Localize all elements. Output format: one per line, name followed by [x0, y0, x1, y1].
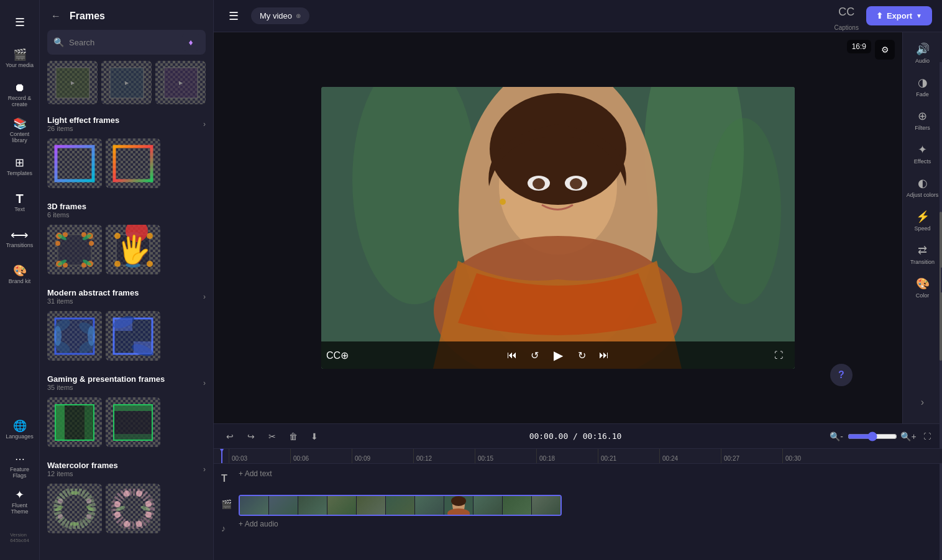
captions-container: CC Captions [834, 1, 858, 31]
collapse-panel-button[interactable]: › [905, 386, 940, 418]
sidebar-item-label: Record &create [8, 96, 32, 108]
project-tab[interactable]: My video ⊕ [251, 7, 309, 24]
svg-point-90 [451, 496, 466, 506]
sidebar-left: ☰ 🎬 Your media ⏺ Record &create 📚 Conten… [0, 0, 40, 560]
transition-icon: ⇄ [918, 243, 927, 257]
download-button[interactable]: ⬇ [306, 428, 323, 445]
watercolor-thumb-1[interactable] [47, 484, 102, 533]
playhead[interactable] [221, 449, 222, 463]
svg-point-62 [58, 514, 63, 519]
effects-icon: ✦ [918, 143, 927, 156]
fade-button[interactable]: ◑ Fade [905, 71, 940, 103]
category-header-light-effect[interactable]: Light effect frames 26 items › [45, 112, 208, 136]
sidebar-item-fluent-theme[interactable]: ✦ FluentTheme [2, 484, 37, 519]
top-thumb-3[interactable]: ▶ [155, 61, 206, 104]
top-thumb-1[interactable]: ▶ [47, 61, 98, 104]
video-placeholder [321, 87, 795, 369]
category-light-effect-frames: Light effect frames 26 items › [45, 112, 208, 191]
play-button[interactable]: ▶ [548, 345, 568, 365]
panel-back-button[interactable]: ← [47, 7, 65, 25]
right-toolbar: 🔊 Audio ◑ Fade ⊕ Filters ✦ Effects ◐ Adj… [902, 32, 942, 423]
zoom-out-button[interactable]: 🔍- [828, 428, 845, 445]
3d-frame-thumb-2[interactable]: 🖐 [106, 225, 160, 274]
gaming-thumb-2[interactable] [106, 397, 160, 447]
video-content-svg [321, 87, 795, 369]
speed-button[interactable]: ⚡ Speed [905, 205, 940, 237]
video-track-clip-area [239, 494, 935, 517]
export-button[interactable]: ⬆ Export ▼ [866, 6, 932, 25]
delete-button[interactable]: 🗑 [285, 428, 302, 445]
sidebar-item-brand-kit[interactable]: 🎨 Brand kit [2, 257, 37, 292]
clip-frame [357, 496, 385, 515]
light-frame-thumb-2[interactable] [106, 138, 160, 188]
search-input[interactable] [69, 38, 177, 47]
category-count: 6 items [47, 211, 206, 219]
clip-frame [503, 496, 531, 515]
sidebar-item-your-media[interactable]: 🎬 Your media [2, 41, 37, 76]
effects-button[interactable]: ✦ Effects [905, 138, 940, 170]
menu-button[interactable]: ☰ [224, 6, 244, 26]
add-audio-button[interactable]: + Add audio [239, 520, 278, 528]
zoom-slider[interactable] [848, 431, 897, 441]
svg-text:▶: ▶ [125, 80, 129, 86]
audio-button[interactable]: 🔊 Audio [905, 37, 940, 70]
svg-rect-52 [114, 405, 152, 411]
watercolor-thumb-2[interactable] [106, 484, 160, 533]
svg-rect-9 [56, 147, 93, 181]
sidebar-item-label: Your media [6, 63, 34, 69]
text-track-clip-area: + Add text [239, 467, 935, 491]
undo-button[interactable]: ↩ [221, 428, 239, 445]
category-header-gaming[interactable]: Gaming & presentation frames 35 items › [45, 371, 208, 395]
fade-label: Fade [916, 91, 929, 98]
video-clip[interactable] [239, 495, 562, 516]
svg-point-55 [57, 491, 92, 526]
transition-button[interactable]: ⇄ Transition [905, 238, 940, 271]
filters-icon: ⊕ [918, 109, 927, 123]
video-track: 🎬 [214, 492, 942, 518]
3d-frame-thumb-1[interactable] [47, 225, 102, 274]
category-header-3d[interactable]: 3D frames 6 items [45, 198, 208, 222]
add-text-button[interactable]: + Add text [239, 469, 272, 478]
sidebar-item-record-create[interactable]: ⏺ Record &create [2, 77, 37, 112]
diamond-button[interactable]: ♦ [182, 34, 199, 51]
zoom-in-button[interactable]: 🔍+ [900, 428, 917, 445]
gaming-thumb-1[interactable] [47, 397, 102, 447]
color-button[interactable]: 🎨 Color [905, 272, 940, 304]
closed-captions-button[interactable]: CC⊕ [329, 346, 346, 364]
sidebar-item-transitions[interactable]: ⟷ Transitions [2, 221, 37, 256]
light-frame-thumb-1[interactable] [47, 138, 102, 188]
help-button[interactable]: ? [830, 364, 853, 386]
forward-button[interactable]: ↻ [573, 346, 590, 364]
sidebar-menu-btn[interactable]: ☰ [2, 5, 37, 40]
captions-button[interactable]: CC [835, 1, 857, 23]
feature-flags-icon: ⋯ [13, 452, 27, 466]
category-watercolor-frames: Watercolor frames 12 items › [45, 457, 208, 536]
category-header-watercolor[interactable]: Watercolor frames 12 items › [45, 457, 208, 481]
top-thumb-2[interactable]: ▶ [101, 61, 152, 104]
sidebar-item-templates[interactable]: ⊞ Templates [2, 149, 37, 184]
filters-button[interactable]: ⊕ Filters [905, 104, 940, 137]
adjust-colors-button[interactable]: ◐ Adjust colors [905, 171, 940, 204]
time-separator: / [573, 431, 583, 441]
fit-button[interactable]: ⛶ [920, 429, 935, 444]
svg-rect-26 [116, 235, 150, 265]
sidebar-item-text[interactable]: T Text [2, 185, 37, 220]
modern-abstract-thumb-2[interactable] [106, 311, 160, 361]
skip-forward-button[interactable]: ⏭ [595, 346, 613, 364]
category-header-modern-abstract[interactable]: Modern abstract frames 31 items › [45, 284, 208, 309]
skip-back-button[interactable]: ⏮ [503, 346, 521, 364]
sidebar-item-feature-flags[interactable]: ⋯ FeatureFlags [2, 448, 37, 483]
canvas-settings-button[interactable]: ⚙ [875, 40, 895, 60]
sidebar-item-languages[interactable]: 🌐 Languages [2, 412, 37, 447]
fullscreen-button[interactable]: ⛶ [770, 346, 787, 364]
record-icon: ⏺ [13, 81, 27, 94]
modern-abstract-thumb-1[interactable] [47, 311, 102, 361]
cut-button[interactable]: ✂ [263, 428, 281, 445]
aspect-ratio-badge[interactable]: 16:9 [847, 40, 871, 53]
ruler-mark-10: 00:30 [782, 449, 844, 463]
rewind-button[interactable]: ↺ [526, 346, 543, 364]
audio-label: Audio [915, 58, 930, 65]
svg-text:▶: ▶ [179, 80, 183, 86]
redo-button[interactable]: ↪ [242, 428, 260, 445]
sidebar-item-content-library[interactable]: 📚 Contentlibrary [2, 113, 37, 148]
